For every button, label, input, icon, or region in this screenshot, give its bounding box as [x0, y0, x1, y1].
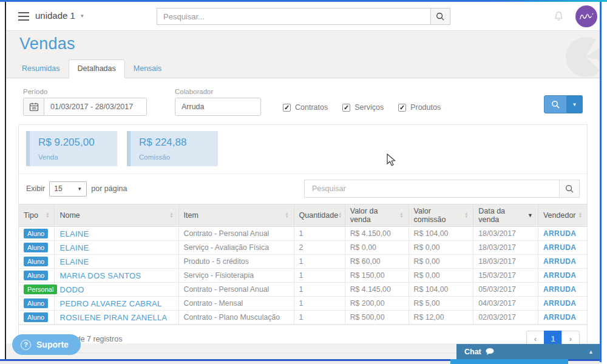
commission-value-cell: R$ 5,00 — [409, 297, 473, 311]
commission-value-cell: R$ 0,00 — [409, 269, 473, 283]
checkbox-produtos[interactable]: ✓Produtos — [398, 103, 441, 112]
vendor-link[interactable]: ARRUDA — [543, 257, 576, 266]
checkbox-servicos[interactable]: ✓Serviços — [342, 103, 384, 112]
client-name-link[interactable]: ELAINE — [59, 243, 89, 252]
collaborator-input[interactable] — [175, 98, 261, 116]
hamburger-menu-icon[interactable] — [18, 12, 29, 21]
table-search-input[interactable] — [304, 180, 559, 198]
column-header-nome[interactable]: Nome▲▼ — [55, 204, 178, 227]
support-button-label: Suporte — [36, 340, 69, 349]
support-button[interactable]: ? Suporte — [12, 334, 81, 355]
tab-resumidas[interactable]: Resumidas — [13, 60, 69, 78]
vendor-link[interactable]: ARRUDA — [543, 271, 576, 280]
period-field: Período — [23, 88, 147, 116]
item-cell: Serviço - Avaliação Física — [178, 241, 294, 255]
commission-value-cell: R$ 12,00 — [409, 311, 473, 325]
column-header-label: Valor comissão — [414, 207, 465, 224]
caret-down-icon: ▾ — [81, 13, 84, 19]
filter-section: Período Colaborador ✓Contratos✓Serviços✓… — [18, 88, 588, 116]
commission-value-cell: R$ 0,00 — [409, 255, 473, 269]
item-cell: Produto - 5 créditos — [178, 255, 294, 269]
global-search-button[interactable] — [431, 8, 450, 25]
client-name-link[interactable]: ELAINE — [59, 229, 89, 238]
topbar: unidade 1▾ — [6, 2, 600, 31]
tab-bar: ResumidasDetalhadasMensais — [13, 59, 600, 78]
table-row: AlunoPEDRO ALVAREZ CABRALContrato - Mens… — [19, 297, 587, 311]
calendar-icon[interactable] — [24, 98, 44, 115]
sales-table: Tipo▲▼Nome▲▼Item▲▼Quantidade▲▼Valor da v… — [19, 204, 587, 325]
filter-search-dropdown-button[interactable]: ▼ — [567, 95, 583, 113]
vendor-link[interactable]: ARRUDA — [543, 229, 576, 238]
sale-value-cell: R$ 150,00 — [345, 269, 409, 283]
vendor-link[interactable]: ARRUDA — [543, 243, 576, 252]
sale-date-cell: 15/03/2017 — [473, 269, 538, 283]
sale-value-cell: R$ 60,00 — [345, 255, 409, 269]
column-header-item[interactable]: Item▲▼ — [178, 204, 294, 227]
sort-icon: ▲▼ — [285, 212, 289, 218]
chevron-up-icon: ▲ — [588, 349, 594, 355]
checkbox-label: Contratos — [295, 103, 328, 112]
page-size-select[interactable]: 15 ▼ — [49, 181, 87, 197]
sale-date-cell: 18/03/2017 — [473, 227, 538, 241]
item-cell: Contrato - Personal Anual — [178, 227, 294, 241]
column-header-data-da-venda[interactable]: Data da venda▼ — [473, 204, 538, 227]
column-header-label: Item — [184, 211, 198, 220]
vendor-link[interactable]: ARRUDA — [543, 313, 576, 322]
collaborator-field: Colaborador — [175, 88, 261, 116]
table-row: AlunoELAINEContrato - Personal Anual1R$ … — [19, 227, 587, 241]
table-search — [304, 180, 580, 198]
column-header-valor-comissao[interactable]: Valor comissão▲▼ — [409, 204, 473, 227]
client-name-link[interactable]: ELAINE — [59, 257, 89, 266]
tab-detalhadas[interactable]: Detalhadas — [69, 59, 125, 78]
search-icon — [436, 12, 445, 21]
type-cell: Aluno — [19, 241, 55, 255]
type-badge: Aluno — [24, 271, 48, 280]
column-header-label: Vendedor — [543, 211, 576, 220]
client-name-link[interactable]: ROSILENE PIRAN ZANELLA — [59, 313, 167, 322]
column-header-label: Tipo — [24, 211, 38, 220]
chat-label: Chat — [464, 348, 481, 356]
sort-icon: ▲▼ — [338, 212, 342, 218]
question-icon: ? — [21, 340, 31, 350]
period-input[interactable] — [44, 98, 146, 115]
unit-selector[interactable]: unidade 1▾ — [35, 10, 83, 21]
quantity-cell: 1 — [294, 269, 345, 283]
table-row: AlunoELAINEProduto - 5 créditos1R$ 60,00… — [19, 255, 587, 269]
name-cell: ELAINE — [55, 255, 178, 269]
page-size-value: 15 — [54, 184, 62, 193]
vendor-cell: ARRUDA — [538, 283, 587, 297]
exibir-label: Exibir — [26, 184, 45, 193]
tab-mensais[interactable]: Mensais — [125, 60, 171, 78]
column-header-quantidade[interactable]: Quantidade▲▼ — [294, 204, 345, 227]
sale-date-cell: 05/03/2017 — [473, 283, 538, 297]
page-vendas: Vendas ResumidasDetalhadasMensais Períod… — [6, 35, 600, 341]
user-avatar[interactable] — [575, 5, 597, 27]
quantity-cell: 1 — [294, 297, 345, 311]
sort-icon: ▲▼ — [464, 212, 468, 218]
content-panel: Período Colaborador ✓Contratos✓Serviços✓… — [6, 78, 600, 343]
type-cell: Aluno — [19, 227, 55, 241]
client-name-link[interactable]: PEDRO ALVAREZ CABRAL — [59, 299, 161, 308]
global-search-input[interactable] — [157, 8, 431, 25]
sale-date-cell: 02/03/2017 — [473, 311, 538, 325]
summary-card-venda: R$ 9.205,00Venda — [26, 131, 117, 166]
column-header-vendedor[interactable]: Vendedor▲▼ — [538, 204, 587, 227]
name-cell: ELAINE — [55, 227, 178, 241]
sort-icon: ▲▼ — [170, 212, 174, 218]
filter-search-button[interactable] — [544, 95, 567, 113]
summary-card-value: R$ 9.205,00 — [38, 136, 109, 149]
chat-bar[interactable]: Chat ▲ — [456, 344, 600, 359]
sale-value-cell: R$ 500,00 — [345, 311, 409, 325]
column-header-tipo[interactable]: Tipo▲▼ — [19, 204, 55, 227]
search-icon — [551, 100, 560, 109]
global-search — [157, 8, 450, 25]
table-search-button[interactable] — [559, 180, 580, 198]
vendor-link[interactable]: ARRUDA — [543, 299, 576, 308]
client-name-link[interactable]: DODO — [59, 285, 84, 294]
client-name-link[interactable]: MARIA DOS SANTOS — [59, 271, 141, 280]
vendor-link[interactable]: ARRUDA — [543, 285, 576, 294]
table-row: AlunoROSILENE PIRAN ZANELLAContrato - Pl… — [19, 311, 587, 325]
column-header-valor-da-venda[interactable]: Valor da venda▲▼ — [345, 204, 409, 227]
notifications-bell-icon[interactable] — [553, 10, 565, 25]
checkbox-contratos[interactable]: ✓Contratos — [283, 103, 328, 112]
